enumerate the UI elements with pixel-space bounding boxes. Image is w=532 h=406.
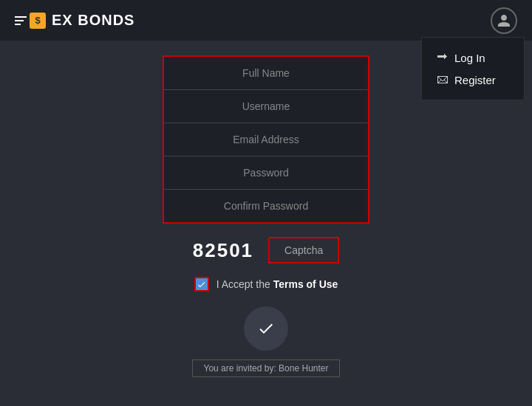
- submit-button[interactable]: [244, 306, 288, 351]
- checkmark-icon: [197, 280, 206, 289]
- logo-dollar-badge: $: [30, 13, 46, 29]
- captcha-button[interactable]: Captcha: [268, 237, 339, 264]
- terms-checkbox[interactable]: [194, 277, 209, 292]
- captcha-code: 82501: [193, 239, 253, 262]
- terms-row: I Accept the Terms of Use: [194, 277, 338, 292]
- submit-checkmark-icon: [257, 320, 275, 337]
- logo: $ EX BONDS: [15, 12, 134, 29]
- terms-accept-text: I Accept the: [216, 278, 273, 290]
- login-label: Log In: [454, 52, 485, 64]
- form-fields-group: [163, 55, 369, 224]
- user-account-button[interactable]: [491, 7, 517, 34]
- logo-icon: $: [15, 13, 46, 29]
- user-icon: [497, 13, 511, 28]
- logo-text: EX BONDS: [52, 12, 134, 29]
- email-field[interactable]: [164, 123, 368, 156]
- header: $ EX BONDS ⮕ Log In 🖂 Register: [0, 0, 532, 41]
- account-dropdown: ⮕ Log In 🖂 Register: [421, 37, 525, 100]
- logo-lines: [15, 16, 27, 25]
- register-icon: 🖂: [437, 73, 449, 86]
- username-field[interactable]: [164, 90, 368, 123]
- registration-form: 82501 Captcha I Accept the Terms of Use …: [163, 55, 369, 377]
- terms-label: I Accept the Terms of Use: [216, 278, 338, 290]
- captcha-row: 82501 Captcha: [163, 237, 369, 264]
- invited-by-label: You are invited by: Bone Hunter: [192, 359, 339, 377]
- terms-link[interactable]: Terms of Use: [273, 278, 338, 290]
- register-menu-item[interactable]: 🖂 Register: [437, 69, 509, 91]
- password-field[interactable]: [164, 156, 368, 190]
- full-name-field[interactable]: [164, 57, 368, 90]
- confirm-password-field[interactable]: [164, 190, 368, 222]
- login-menu-item[interactable]: ⮕ Log In: [437, 47, 509, 69]
- login-icon: ⮕: [437, 51, 449, 64]
- register-label: Register: [454, 74, 496, 86]
